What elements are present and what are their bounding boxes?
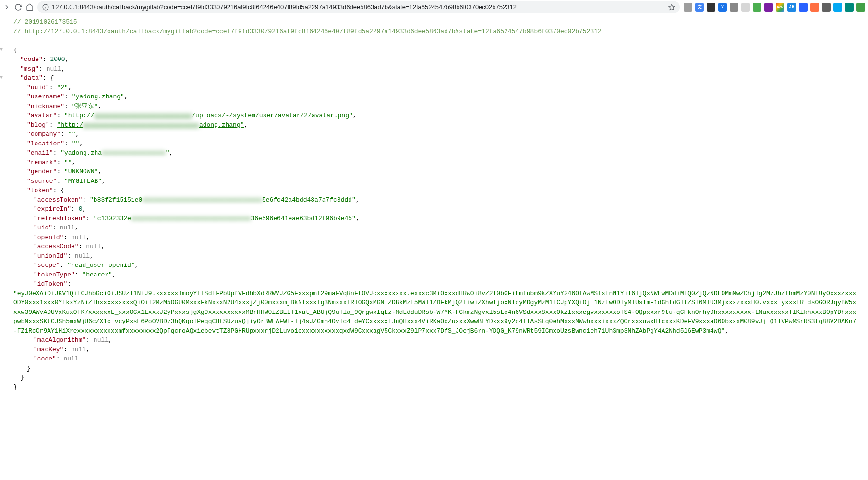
json-row-macalgorithm: "macAlgorithm": null,: [3, 336, 868, 345]
extension-icon[interactable]: [856, 3, 865, 12]
json-row-openid: "openId": null,: [3, 233, 868, 242]
extension-icon[interactable]: [833, 3, 842, 12]
url-text: 127.0.0.1:8443/oauth/callback/mygitlab?c…: [52, 3, 665, 11]
json-row-mackey: "macKey": null,: [3, 345, 868, 355]
address-bar[interactable]: 127.0.0.1:8443/oauth/callback/mygitlab?c…: [37, 1, 680, 13]
json-row-avatar: "avatar": "http://xxxxxxxxxxxxxxxxxxxxxx…: [3, 111, 868, 120]
json-row-unionid: "unionId": null,: [3, 252, 868, 261]
json-row-nickname: "nickname": "张亚东",: [3, 102, 868, 111]
extension-icon[interactable]: [799, 3, 808, 12]
extension-icon[interactable]: [741, 3, 750, 12]
site-info-icon[interactable]: [42, 4, 49, 11]
json-row-company: "company": "",: [3, 130, 868, 139]
json-row-token: "token": {: [3, 186, 868, 195]
extension-icon[interactable]: [730, 3, 738, 12]
browser-toolbar: 127.0.0.1:8443/oauth/callback/mygitlab?c…: [0, 0, 868, 14]
json-row-gender: "gender": "UNKNOWN",: [3, 167, 868, 177]
json-row-blog: "blog": "http:/xxxxxxxxxxxxxxxxxxxxxxxxx…: [3, 120, 868, 130]
forward-button[interactable]: [3, 3, 11, 11]
json-row-idtoken-key: "idToken":: [3, 279, 868, 289]
json-row-uuid: "uuid": "2",: [3, 83, 868, 93]
json-row-remark: "remark": "",: [3, 158, 868, 168]
json-row-idtoken-val: "eyJ0eXAiOiJKV1QiLCJhbGciOiJSUzI1NiJ9.xx…: [3, 289, 868, 336]
home-button[interactable]: [26, 3, 34, 11]
json-row-data: "data": {: [3, 73, 868, 83]
json-viewer: ▼ ▼ // 20191026173515 // http://127.0.0.…: [0, 14, 868, 395]
json-row-username: "username": "yadong.zhang",: [3, 92, 868, 102]
translate-icon[interactable]: 文: [695, 3, 704, 12]
svg-marker-3: [669, 4, 675, 10]
comment-timestamp: // 20191026173515: [3, 17, 868, 27]
extension-icon[interactable]: [845, 3, 854, 12]
json-row-msg: "msg": null,: [3, 64, 868, 74]
comment-url: // http://127.0.0.1:8443/oauth/callback/…: [3, 27, 868, 36]
json-row-email: "email": "yadong.zhaxxxxxxxxxxxxxxxxx",: [3, 148, 868, 158]
extension-icon[interactable]: V: [718, 3, 727, 12]
json-row-accesstoken: "accessToken": "b83f2f15151e0xxxxxxxxxxx…: [3, 195, 868, 205]
json-row-code: "code": 2000,: [3, 55, 868, 64]
extension-icon[interactable]: [822, 3, 831, 12]
extension-icon[interactable]: JH: [787, 3, 796, 12]
json-row-refreshtoken: "refreshToken": "c1302332exxxxxxxxxxxxxx…: [3, 214, 868, 224]
extension-icon[interactable]: [684, 3, 692, 12]
extension-icon[interactable]: [764, 3, 773, 12]
json-row-scope: "scope": "read_user openid",: [3, 261, 868, 270]
blank-line: [3, 36, 868, 46]
json-row-source: "source": "MYGITLAB",: [3, 177, 868, 186]
collapse-toggle[interactable]: ▼: [0, 48, 4, 52]
json-row-tokentype: "tokenType": "bearer",: [3, 270, 868, 280]
extensions-row: 文 V New JH: [684, 3, 865, 12]
close-brace-token: }: [27, 365, 31, 372]
extension-icon[interactable]: New: [776, 3, 784, 12]
open-brace: {: [13, 47, 17, 54]
close-brace-root: }: [13, 384, 17, 391]
star-icon[interactable]: [668, 4, 675, 11]
json-row-token-code: "code": null: [3, 354, 868, 364]
json-row-accesscode: "accessCode": null,: [3, 242, 868, 252]
json-row-uid: "uid": null,: [3, 223, 868, 233]
extension-icon[interactable]: [753, 3, 761, 12]
json-row-location: "location": "",: [3, 139, 868, 149]
extension-icon[interactable]: [707, 3, 715, 12]
extension-icon[interactable]: [810, 3, 819, 12]
reload-button[interactable]: [14, 3, 22, 11]
json-row-expirein: "expireIn": 0,: [3, 204, 868, 214]
close-brace-data: }: [20, 374, 24, 381]
collapse-toggle[interactable]: ▼: [0, 75, 4, 80]
